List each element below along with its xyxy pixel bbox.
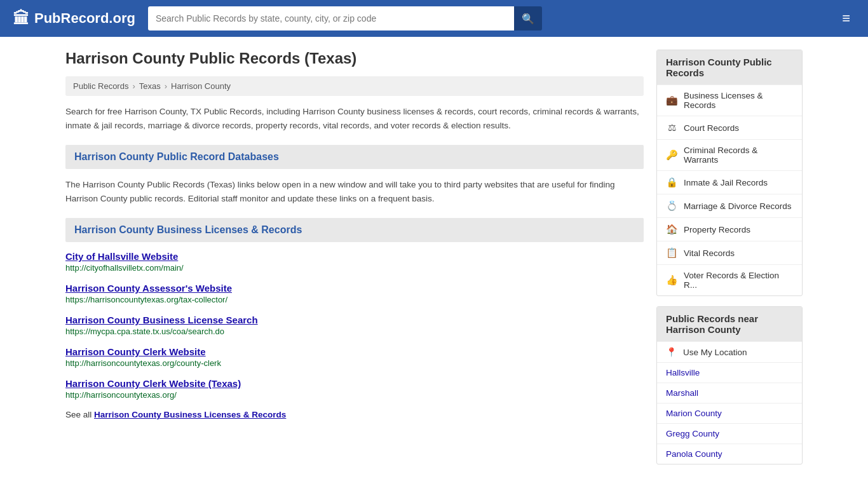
record-title[interactable]: City of Hallsville Website bbox=[65, 251, 178, 262]
sidebar-record-item[interactable]: 🔒 Inmate & Jail Records bbox=[657, 170, 802, 194]
site-header: 🏛 PubRecord.org 🔍 ≡ bbox=[0, 0, 868, 37]
breadcrumb-sep-2: › bbox=[165, 81, 167, 91]
record-title[interactable]: Harrison County Clerk Website bbox=[65, 346, 206, 357]
search-input[interactable] bbox=[148, 6, 514, 30]
page-description: Search for free Harrison County, TX Publ… bbox=[65, 105, 644, 132]
page-title: Harrison County Public Records (Texas) bbox=[65, 50, 644, 67]
nearby-location-link[interactable]: Marshall bbox=[657, 383, 802, 403]
sidebar-record-item[interactable]: 🔑 Criminal Records & Warrants bbox=[657, 139, 802, 170]
record-url[interactable]: https://mycpa.cpa.state.tx.us/coa/search… bbox=[65, 327, 644, 336]
sidebar-record-item[interactable]: 👍 Voter Records & Election R... bbox=[657, 264, 802, 295]
location-icon: 📍 bbox=[666, 347, 677, 357]
logo[interactable]: 🏛 PubRecord.org bbox=[13, 9, 135, 29]
nearby-location-link[interactable]: Gregg County bbox=[657, 423, 802, 444]
sidebar-item-label: Marriage & Divorce Records bbox=[684, 201, 792, 211]
sidebar-item-label: Business Licenses & Records bbox=[684, 91, 793, 110]
sidebar-items: 💼 Business Licenses & Records ⚖ Court Re… bbox=[657, 85, 802, 295]
sidebar-item-icon: ⚖ bbox=[666, 122, 677, 133]
see-all-link[interactable]: Harrison County Business Licenses & Reco… bbox=[94, 410, 286, 419]
sidebar-record-item[interactable]: 💼 Business Licenses & Records bbox=[657, 85, 802, 116]
nearby-location-link[interactable]: Panola County bbox=[657, 444, 802, 464]
record-url[interactable]: http://cityofhallsvilletx.com/main/ bbox=[65, 263, 644, 273]
record-entry: Harrison County Clerk Website (Texas) ht… bbox=[65, 378, 644, 400]
record-title[interactable]: Harrison County Business License Search bbox=[65, 315, 258, 325]
search-area: 🔍 bbox=[148, 6, 542, 30]
sidebar-item-icon: 📋 bbox=[666, 247, 677, 259]
record-title[interactable]: Harrison County Assessor's Website bbox=[65, 283, 232, 294]
record-url[interactable]: http://harrisoncountytexas.org/ bbox=[65, 390, 644, 400]
sidebar-item-label: Property Records bbox=[684, 225, 750, 234]
record-entry: Harrison County Clerk Website http://har… bbox=[65, 346, 644, 368]
nearby-location-link[interactable]: Marion County bbox=[657, 403, 802, 423]
menu-icon: ≡ bbox=[842, 10, 850, 26]
record-entry: Harrison County Business License Search … bbox=[65, 315, 644, 336]
public-records-header: Harrison County Public Records bbox=[657, 50, 802, 85]
menu-button[interactable]: ≡ bbox=[837, 8, 855, 29]
nearby-location-link[interactable]: Hallsville bbox=[657, 362, 802, 383]
breadcrumb: Public Records › Texas › Harrison County bbox=[65, 76, 644, 96]
use-my-location[interactable]: 📍 Use My Location bbox=[657, 341, 802, 362]
content-area: Harrison County Public Records (Texas) P… bbox=[65, 50, 644, 475]
nearby-locations: HallsvilleMarshallMarion CountyGregg Cou… bbox=[657, 362, 802, 464]
sidebar-record-item[interactable]: ⚖ Court Records bbox=[657, 116, 802, 139]
nearby-box: Public Records near Harrison County 📍 Us… bbox=[656, 306, 803, 464]
sidebar-item-label: Court Records bbox=[684, 123, 739, 133]
records-list: City of Hallsville Website http://cityof… bbox=[65, 251, 644, 400]
search-icon: 🔍 bbox=[522, 13, 534, 24]
databases-description: The Harrison County Public Records (Texa… bbox=[65, 178, 644, 205]
sidebar-record-item[interactable]: 💍 Marriage & Divorce Records bbox=[657, 194, 802, 217]
sidebar-item-label: Vital Records bbox=[684, 248, 735, 258]
see-all: See all Harrison County Business License… bbox=[65, 410, 644, 419]
sidebar-item-icon: 💍 bbox=[666, 200, 677, 212]
record-url[interactable]: http://harrisoncountytexas.org/county-cl… bbox=[65, 358, 644, 368]
breadcrumb-texas[interactable]: Texas bbox=[139, 81, 161, 91]
sidebar-item-icon: 🏠 bbox=[666, 224, 677, 235]
sidebar-item-icon: 👍 bbox=[666, 274, 677, 286]
sidebar-item-icon: 💼 bbox=[666, 95, 677, 106]
record-entry: City of Hallsville Website http://cityof… bbox=[65, 251, 644, 273]
use-my-location-label: Use My Location bbox=[683, 348, 747, 357]
nearby-header: Public Records near Harrison County bbox=[657, 307, 802, 341]
record-url[interactable]: https://harrisoncountytexas.org/tax-coll… bbox=[65, 295, 644, 304]
breadcrumb-public-records[interactable]: Public Records bbox=[73, 81, 128, 91]
sidebar-item-label: Inmate & Jail Records bbox=[684, 178, 768, 187]
sidebar-item-icon: 🔑 bbox=[666, 149, 677, 161]
logo-icon: 🏛 bbox=[13, 9, 29, 29]
breadcrumb-harrison-county: Harrison County bbox=[171, 81, 231, 91]
search-button[interactable]: 🔍 bbox=[514, 6, 542, 30]
logo-text: PubRecord.org bbox=[34, 10, 135, 27]
sidebar-record-item[interactable]: 🏠 Property Records bbox=[657, 217, 802, 241]
sidebar-item-icon: 🔒 bbox=[666, 177, 677, 188]
business-header: Harrison County Business Licenses & Reco… bbox=[65, 218, 644, 242]
breadcrumb-sep-1: › bbox=[132, 81, 135, 91]
record-entry: Harrison County Assessor's Website https… bbox=[65, 283, 644, 304]
databases-header: Harrison County Public Record Databases bbox=[65, 145, 644, 169]
sidebar-item-label: Criminal Records & Warrants bbox=[684, 146, 793, 165]
sidebar-item-label: Voter Records & Election R... bbox=[684, 271, 793, 290]
sidebar: Harrison County Public Records 💼 Busines… bbox=[656, 50, 803, 475]
sidebar-record-item[interactable]: 📋 Vital Records bbox=[657, 241, 802, 264]
record-title[interactable]: Harrison County Clerk Website (Texas) bbox=[65, 378, 241, 389]
public-records-box: Harrison County Public Records 💼 Busines… bbox=[656, 50, 803, 296]
main-container: Harrison County Public Records (Texas) P… bbox=[53, 37, 815, 487]
